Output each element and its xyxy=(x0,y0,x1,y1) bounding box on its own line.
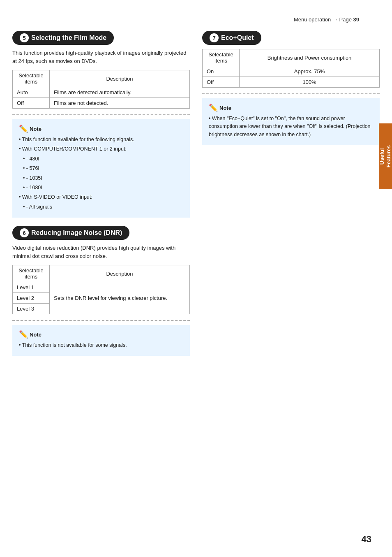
table-row: Level 1 Sets the DNR level for viewing a… xyxy=(13,282,190,293)
menu-ref-arrow: → xyxy=(332,16,339,23)
section-7-number: 7 xyxy=(210,33,219,42)
section-5-note-list: This function is available for the follo… xyxy=(19,136,183,211)
note-list-item: With S-VIDEO or VIDEO input: xyxy=(19,193,183,201)
section-5-note-box: ✏️ Note This function is available for t… xyxy=(12,119,190,218)
left-column: 5 Selecting the Film Mode This function … xyxy=(12,31,190,364)
section-7-note-box: ✏️ Note When "Eco+Quiet" is set to "On",… xyxy=(202,98,380,145)
section-5-row1-desc: Films are detected automatically. xyxy=(50,87,190,98)
right-column: 7 Eco+Quiet Selectable items Brightness … xyxy=(202,31,380,364)
note-icon-3: ✏️ xyxy=(209,103,218,112)
note-list-item: With COMPUTER/COMPONENT 1 or 2 input: xyxy=(19,145,183,153)
menu-reference: Menu operation → Page 39 xyxy=(12,16,380,23)
note-list-item: - All signals xyxy=(19,203,183,211)
note-icon-1: ✏️ xyxy=(19,124,28,133)
section-6-table-col1-header: Selectable items xyxy=(13,265,50,282)
section-7-row2-item: Off xyxy=(203,77,240,88)
section-5-note-title: ✏️ Note xyxy=(19,124,183,133)
dotted-separator-1 xyxy=(12,114,190,115)
section-5-number: 5 xyxy=(20,33,29,42)
section-5-description: This function provides high-quality play… xyxy=(12,49,190,65)
section-7-row1-desc: Approx. 75% xyxy=(240,66,380,77)
section-7-header: 7 Eco+Quiet xyxy=(202,31,261,45)
menu-ref-page-number: 39 xyxy=(353,16,359,23)
menu-ref-page-prefix: Page xyxy=(339,16,352,23)
table-row: Off Films are not detected. xyxy=(13,98,190,109)
section-7-note-content: When "Eco+Quiet" is set to "On", the fan… xyxy=(209,115,373,139)
note-list-item: When "Eco+Quiet" is set to "On", the fan… xyxy=(209,115,373,139)
section-5-row2-item: Off xyxy=(13,98,50,109)
section-5-table: Selectable items Description Auto Films … xyxy=(12,70,190,109)
page-wrapper: UsefulFeatures Menu operation → Page 39 … xyxy=(0,0,392,557)
section-5-table-col1-header: Selectable items xyxy=(13,70,50,87)
section-7-table-col2-header: Brightness and Power consumption xyxy=(240,49,380,66)
section-5-block: 5 Selecting the Film Mode This function … xyxy=(12,31,190,218)
note-list-item: - 480I xyxy=(19,155,183,163)
section-5-row2-desc: Films are not detected. xyxy=(50,98,190,109)
section-6-number: 6 xyxy=(20,228,29,237)
section-7-note-list: When "Eco+Quiet" is set to "On", the fan… xyxy=(209,115,373,139)
section-6-note-list: This function is not available for some … xyxy=(19,341,183,349)
note-icon-2: ✏️ xyxy=(19,330,28,339)
side-tab-label: UsefulFeatures xyxy=(379,145,392,167)
section-7-table: Selectable items Brightness and Power co… xyxy=(202,49,380,88)
section-5-row1-item: Auto xyxy=(13,87,50,98)
two-column-layout: 5 Selecting the Film Mode This function … xyxy=(12,31,380,364)
section-6-table-col2-header: Description xyxy=(50,265,190,282)
section-7-table-col1-header: Selectable items xyxy=(203,49,240,66)
section-5-header: 5 Selecting the Film Mode xyxy=(12,31,114,45)
section-7-title: Eco+Quiet xyxy=(221,34,254,42)
section-5-note-content: This function is available for the follo… xyxy=(19,136,183,211)
section-5-table-col2-header: Description xyxy=(50,70,190,87)
section-6-header: 6 Reducing Image Noise (DNR) xyxy=(12,226,129,240)
section-7-row1-item: On xyxy=(203,66,240,77)
dotted-separator-3 xyxy=(202,93,380,94)
section-5-title: Selecting the Film Mode xyxy=(31,34,106,42)
section-6-note-box: ✏️ Note This function is not available f… xyxy=(12,325,190,356)
note-list-item: This function is available for the follo… xyxy=(19,136,183,144)
section-7-row2-desc: 100% xyxy=(240,77,380,88)
section-6-note-title: ✏️ Note xyxy=(19,330,183,339)
dotted-separator-2 xyxy=(12,320,190,321)
section-6-row2-item: Level 2 xyxy=(13,293,50,304)
section-7-note-title: ✏️ Note xyxy=(209,103,373,112)
note-list-item: This function is not available for some … xyxy=(19,341,183,349)
note-list-item: - 1080I xyxy=(19,184,183,192)
menu-ref-label: Menu operation xyxy=(294,16,331,23)
section-6-description: Video digital noise reduction (DNR) prov… xyxy=(12,244,190,260)
table-row: On Approx. 75% xyxy=(203,66,380,77)
section-6-title: Reducing Image Noise (DNR) xyxy=(31,229,122,237)
side-tab: UsefulFeatures xyxy=(379,123,392,189)
section-6-merged-desc: Sets the DNR level for viewing a clearer… xyxy=(50,282,190,314)
section-7-block: 7 Eco+Quiet Selectable items Brightness … xyxy=(202,31,380,145)
table-row: Auto Films are detected automatically. xyxy=(13,87,190,98)
table-row: Off 100% xyxy=(203,77,380,88)
note-list-item: - 1035I xyxy=(19,174,183,182)
section-6-table: Selectable items Description Level 1 Set… xyxy=(12,265,190,314)
section-6-row1-item: Level 1 xyxy=(13,282,50,293)
section-6-note-content: This function is not available for some … xyxy=(19,341,183,349)
page-number: 43 xyxy=(362,534,371,545)
section-6-block: 6 Reducing Image Noise (DNR) Video digit… xyxy=(12,226,190,356)
note-list-item: - 576I xyxy=(19,165,183,172)
section-6-row3-item: Level 3 xyxy=(13,304,50,314)
